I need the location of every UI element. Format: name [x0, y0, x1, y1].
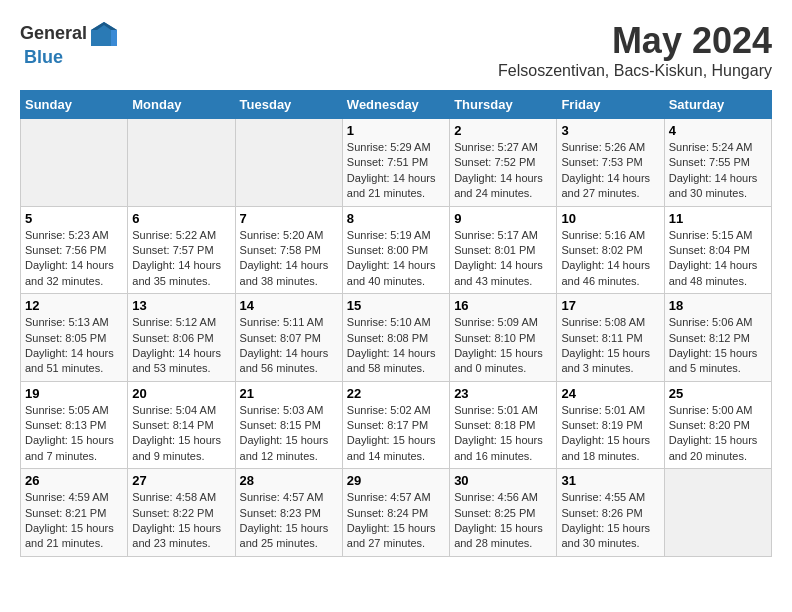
- day-info: Daylight: 15 hours: [669, 433, 767, 448]
- logo-blue: Blue: [24, 48, 63, 68]
- day-info: Daylight: 15 hours: [347, 521, 445, 536]
- day-info: and 20 minutes.: [669, 449, 767, 464]
- day-info: Daylight: 15 hours: [25, 433, 123, 448]
- day-info: Sunset: 8:21 PM: [25, 506, 123, 521]
- day-info: Sunrise: 5:02 AM: [347, 403, 445, 418]
- day-info: and 14 minutes.: [347, 449, 445, 464]
- calendar-body: 1Sunrise: 5:29 AMSunset: 7:51 PMDaylight…: [21, 119, 772, 557]
- day-number: 19: [25, 386, 123, 401]
- week-row-5: 26Sunrise: 4:59 AMSunset: 8:21 PMDayligh…: [21, 469, 772, 557]
- day-info: Daylight: 15 hours: [132, 433, 230, 448]
- day-info: Sunset: 8:20 PM: [669, 418, 767, 433]
- day-info: Daylight: 15 hours: [454, 346, 552, 361]
- day-info: and 24 minutes.: [454, 186, 552, 201]
- svg-marker-2: [111, 30, 117, 46]
- week-row-4: 19Sunrise: 5:05 AMSunset: 8:13 PMDayligh…: [21, 381, 772, 469]
- day-info: Sunset: 8:19 PM: [561, 418, 659, 433]
- day-number: 11: [669, 211, 767, 226]
- calendar-cell: 8Sunrise: 5:19 AMSunset: 8:00 PMDaylight…: [342, 206, 449, 294]
- page-header: General Blue May 2024 Felsoszentivan, Ba…: [20, 20, 772, 80]
- calendar-cell: 6Sunrise: 5:22 AMSunset: 7:57 PMDaylight…: [128, 206, 235, 294]
- day-info: Sunrise: 5:29 AM: [347, 140, 445, 155]
- day-info: Sunset: 8:01 PM: [454, 243, 552, 258]
- day-info: Sunset: 8:26 PM: [561, 506, 659, 521]
- day-info: Sunset: 8:22 PM: [132, 506, 230, 521]
- day-info: and 12 minutes.: [240, 449, 338, 464]
- day-number: 23: [454, 386, 552, 401]
- day-info: Daylight: 14 hours: [669, 171, 767, 186]
- day-info: and 0 minutes.: [454, 361, 552, 376]
- day-info: Sunset: 7:53 PM: [561, 155, 659, 170]
- day-info: Sunset: 7:58 PM: [240, 243, 338, 258]
- calendar-cell: 9Sunrise: 5:17 AMSunset: 8:01 PMDaylight…: [450, 206, 557, 294]
- calendar-cell: 27Sunrise: 4:58 AMSunset: 8:22 PMDayligh…: [128, 469, 235, 557]
- day-info: Daylight: 15 hours: [561, 521, 659, 536]
- day-info: and 30 minutes.: [561, 536, 659, 551]
- day-number: 27: [132, 473, 230, 488]
- calendar-cell: 21Sunrise: 5:03 AMSunset: 8:15 PMDayligh…: [235, 381, 342, 469]
- calendar-cell: 28Sunrise: 4:57 AMSunset: 8:23 PMDayligh…: [235, 469, 342, 557]
- calendar-cell: 24Sunrise: 5:01 AMSunset: 8:19 PMDayligh…: [557, 381, 664, 469]
- day-of-week-friday: Friday: [557, 91, 664, 119]
- calendar-cell: 26Sunrise: 4:59 AMSunset: 8:21 PMDayligh…: [21, 469, 128, 557]
- day-info: Daylight: 14 hours: [347, 258, 445, 273]
- day-of-week-sunday: Sunday: [21, 91, 128, 119]
- day-info: Sunset: 8:18 PM: [454, 418, 552, 433]
- day-info: Daylight: 14 hours: [454, 171, 552, 186]
- calendar-cell: 13Sunrise: 5:12 AMSunset: 8:06 PMDayligh…: [128, 294, 235, 382]
- day-number: 18: [669, 298, 767, 313]
- day-info: Sunrise: 5:00 AM: [669, 403, 767, 418]
- day-info: Daylight: 14 hours: [347, 346, 445, 361]
- calendar-cell: 25Sunrise: 5:00 AMSunset: 8:20 PMDayligh…: [664, 381, 771, 469]
- day-info: Daylight: 15 hours: [454, 433, 552, 448]
- day-info: Sunset: 8:06 PM: [132, 331, 230, 346]
- day-info: and 32 minutes.: [25, 274, 123, 289]
- day-number: 13: [132, 298, 230, 313]
- day-info: Sunrise: 4:57 AM: [240, 490, 338, 505]
- day-info: Daylight: 15 hours: [240, 433, 338, 448]
- day-of-week-monday: Monday: [128, 91, 235, 119]
- day-info: Sunrise: 5:12 AM: [132, 315, 230, 330]
- day-info: Sunset: 8:15 PM: [240, 418, 338, 433]
- day-info: Sunset: 7:57 PM: [132, 243, 230, 258]
- day-info: Daylight: 15 hours: [454, 521, 552, 536]
- calendar-cell: 17Sunrise: 5:08 AMSunset: 8:11 PMDayligh…: [557, 294, 664, 382]
- day-info: and 35 minutes.: [132, 274, 230, 289]
- day-number: 30: [454, 473, 552, 488]
- calendar-cell: [664, 469, 771, 557]
- day-info: Daylight: 15 hours: [132, 521, 230, 536]
- day-info: Sunrise: 5:20 AM: [240, 228, 338, 243]
- day-number: 28: [240, 473, 338, 488]
- day-number: 20: [132, 386, 230, 401]
- day-info: Daylight: 15 hours: [347, 433, 445, 448]
- week-row-1: 1Sunrise: 5:29 AMSunset: 7:51 PMDaylight…: [21, 119, 772, 207]
- day-info: Sunrise: 5:06 AM: [669, 315, 767, 330]
- day-info: and 46 minutes.: [561, 274, 659, 289]
- day-of-week-tuesday: Tuesday: [235, 91, 342, 119]
- day-number: 15: [347, 298, 445, 313]
- day-number: 17: [561, 298, 659, 313]
- day-info: Daylight: 14 hours: [240, 346, 338, 361]
- location-title: Felsoszentivan, Bacs-Kiskun, Hungary: [498, 62, 772, 80]
- day-number: 21: [240, 386, 338, 401]
- day-info: and 21 minutes.: [25, 536, 123, 551]
- day-info: and 23 minutes.: [132, 536, 230, 551]
- day-info: and 18 minutes.: [561, 449, 659, 464]
- day-number: 12: [25, 298, 123, 313]
- day-info: Daylight: 15 hours: [669, 346, 767, 361]
- day-info: Sunset: 8:12 PM: [669, 331, 767, 346]
- day-info: Sunset: 8:23 PM: [240, 506, 338, 521]
- day-info: Sunset: 8:05 PM: [25, 331, 123, 346]
- month-title: May 2024: [498, 20, 772, 62]
- day-number: 8: [347, 211, 445, 226]
- day-info: Daylight: 14 hours: [132, 258, 230, 273]
- calendar-cell: 14Sunrise: 5:11 AMSunset: 8:07 PMDayligh…: [235, 294, 342, 382]
- calendar-cell: 12Sunrise: 5:13 AMSunset: 8:05 PMDayligh…: [21, 294, 128, 382]
- calendar-cell: 11Sunrise: 5:15 AMSunset: 8:04 PMDayligh…: [664, 206, 771, 294]
- day-number: 1: [347, 123, 445, 138]
- day-info: Sunrise: 4:55 AM: [561, 490, 659, 505]
- day-info: Sunrise: 5:03 AM: [240, 403, 338, 418]
- week-row-2: 5Sunrise: 5:23 AMSunset: 7:56 PMDaylight…: [21, 206, 772, 294]
- day-info: Sunrise: 4:57 AM: [347, 490, 445, 505]
- day-info: Sunset: 8:14 PM: [132, 418, 230, 433]
